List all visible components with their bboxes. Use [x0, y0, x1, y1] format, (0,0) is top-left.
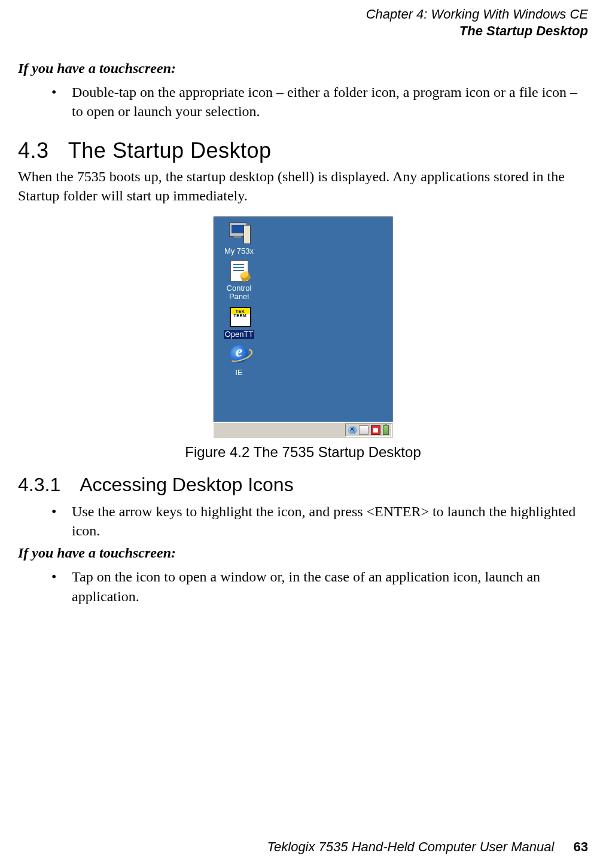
- tray-battery-icon[interactable]: [383, 425, 389, 435]
- desktop-icon-label: My 753x: [224, 247, 254, 255]
- section-4-3-para: When the 7535 boots up, the startup desk…: [18, 167, 588, 206]
- tray-app-icon[interactable]: [371, 425, 380, 435]
- tray-network-disabled-icon[interactable]: ×: [348, 426, 357, 434]
- control-panel-icon: [227, 259, 252, 283]
- intro-bullet: Double-tap on the appropriate icon – eit…: [51, 83, 588, 121]
- desktop-icon-label: Control Panel: [218, 284, 260, 301]
- touchscreen-heading-2: If you have a touchscreen:: [18, 545, 588, 561]
- footer-page-number: 63: [574, 839, 588, 854]
- ce-desktop: My 753x Control Panel: [214, 217, 393, 438]
- section-4-3-title: The Startup Desktop: [68, 138, 272, 163]
- desktop-icon-my-753x[interactable]: My 753x: [218, 221, 260, 255]
- figure-4-2: My 753x Control Panel: [18, 217, 588, 461]
- touchscreen-heading-1: If you have a touchscreen:: [18, 60, 588, 77]
- tray-recycle-icon[interactable]: [359, 425, 369, 435]
- section-4-3-1-title: Accessing Desktop Icons: [80, 474, 294, 495]
- footer-manual-title: Teklogix 7535 Hand-Held Computer User Ma…: [267, 839, 555, 854]
- section-4-3-heading: 4.3 The Startup Desktop: [18, 138, 588, 163]
- ce-taskbar: ×: [214, 422, 393, 438]
- computer-icon: [227, 221, 252, 245]
- desktop-icon-label: IE: [235, 368, 242, 377]
- tekterm-line2: TERM: [231, 313, 250, 318]
- figure-4-2-caption: Figure 4.2 The 7535 Startup Desktop: [18, 444, 588, 461]
- ie-icon: [227, 343, 252, 367]
- desktop-icon-control-panel[interactable]: Control Panel: [218, 259, 260, 301]
- desktop-icon-label: OpenTT: [224, 330, 255, 339]
- desktop-icon-ie[interactable]: IE: [218, 343, 260, 377]
- section-4-3-1-touch-bullet: Tap on the icon to open a window or, in …: [51, 567, 588, 606]
- page-footer: Teklogix 7535 Hand-Held Computer User Ma…: [267, 839, 588, 855]
- section-4-3-1-number: 4.3.1: [18, 474, 75, 496]
- ce-system-tray: ×: [345, 424, 392, 437]
- section-4-3-1-heading: 4.3.1 Accessing Desktop Icons: [18, 474, 588, 496]
- page-header: Chapter 4: Working With Windows CE The S…: [18, 0, 588, 39]
- section-4-3-number: 4.3: [18, 138, 62, 163]
- header-section: The Startup Desktop: [18, 23, 588, 39]
- tekterm-line1: TEK: [231, 309, 250, 313]
- desktop-icon-opentt[interactable]: TEK TERM OpenTT: [218, 304, 260, 339]
- section-4-3-1-bullet: Use the arrow keys to highlight the icon…: [51, 502, 588, 541]
- header-chapter: Chapter 4: Working With Windows CE: [18, 6, 588, 23]
- tekterm-icon: TEK TERM: [227, 304, 252, 328]
